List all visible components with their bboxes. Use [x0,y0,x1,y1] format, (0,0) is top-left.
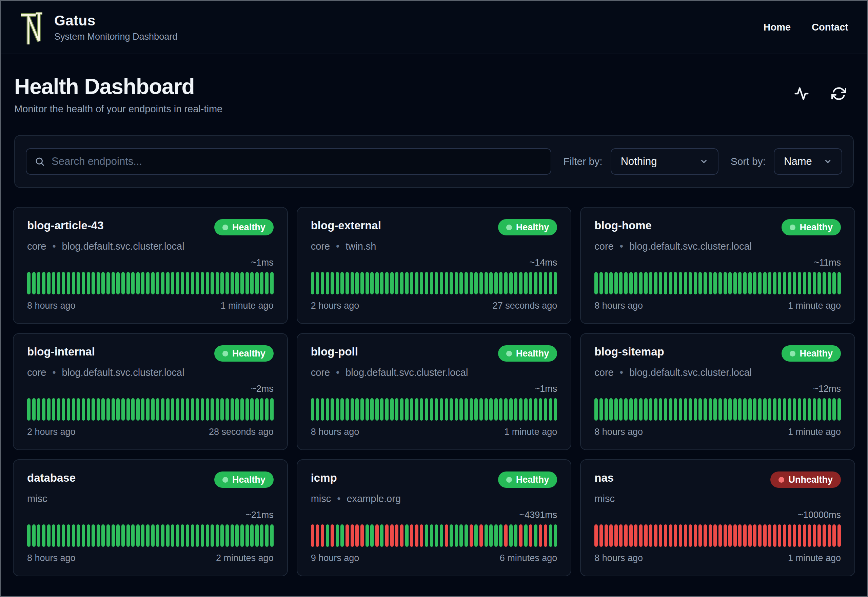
health-tick-success[interactable] [465,398,468,420]
health-tick-failure[interactable] [813,524,816,547]
health-tick-failure[interactable] [604,524,608,547]
health-tick-success[interactable] [554,272,557,294]
health-tick-success[interactable] [126,272,130,294]
health-tick-failure[interactable] [375,524,379,547]
health-tick-success[interactable] [837,398,841,420]
health-tick-success[interactable] [689,398,692,420]
health-tick-success[interactable] [803,398,806,420]
health-tick-success[interactable] [778,398,781,420]
health-tick-success[interactable] [728,398,732,420]
health-tick-success[interactable] [126,398,130,420]
health-tick-success[interactable] [430,398,433,420]
health-tick-success[interactable] [67,398,70,420]
health-tick-success[interactable] [609,398,613,420]
health-tick-success[interactable] [445,398,448,420]
health-tick-success[interactable] [255,398,259,420]
health-tick-success[interactable] [321,398,324,420]
health-tick-success[interactable] [808,272,811,294]
health-tick-success[interactable] [619,398,622,420]
health-tick-success[interactable] [793,272,796,294]
health-tick-success[interactable] [186,524,189,547]
health-tick-success[interactable] [832,398,836,420]
health-tick-success[interactable] [704,272,707,294]
health-tick-success[interactable] [733,272,737,294]
health-tick-failure[interactable] [758,524,761,547]
health-tick-success[interactable] [634,272,637,294]
health-tick-success[interactable] [270,272,274,294]
health-tick-success[interactable] [798,272,801,294]
health-tick-failure[interactable] [709,524,712,547]
health-tick-success[interactable] [321,272,324,294]
uptime-history-bars[interactable] [594,524,841,547]
health-tick-success[interactable] [773,398,776,420]
health-tick-success[interactable] [713,272,717,294]
health-tick-success[interactable] [151,398,155,420]
health-tick-failure[interactable] [619,524,622,547]
health-tick-success[interactable] [674,398,677,420]
health-tick-failure[interactable] [808,524,811,547]
health-tick-success[interactable] [504,398,508,420]
health-tick-success[interactable] [141,272,144,294]
health-tick-success[interactable] [210,524,214,547]
health-tick-success[interactable] [181,524,184,547]
health-tick-success[interactable] [822,272,826,294]
health-tick-success[interactable] [260,398,264,420]
health-tick-success[interactable] [753,272,757,294]
health-tick-failure[interactable] [480,524,483,547]
health-tick-success[interactable] [196,272,199,294]
health-tick-success[interactable] [718,398,722,420]
health-tick-success[interactable] [524,524,527,547]
health-tick-success[interactable] [425,272,428,294]
health-tick-success[interactable] [654,398,658,420]
health-tick-success[interactable] [669,272,672,294]
health-tick-failure[interactable] [818,524,821,547]
health-tick-failure[interactable] [470,524,473,547]
health-tick-success[interactable] [231,398,234,420]
health-tick-success[interactable] [554,524,557,547]
health-tick-success[interactable] [684,398,687,420]
health-tick-success[interactable] [186,398,189,420]
health-tick-success[interactable] [336,524,339,547]
health-tick-success[interactable] [489,272,493,294]
health-tick-failure[interactable] [390,524,394,547]
health-tick-success[interactable] [380,272,384,294]
health-tick-success[interactable] [176,272,179,294]
health-tick-success[interactable] [465,524,468,547]
health-tick-success[interactable] [763,272,767,294]
health-tick-success[interactable] [664,398,667,420]
health-tick-success[interactable] [67,524,70,547]
health-tick-success[interactable] [235,398,239,420]
health-tick-success[interactable] [246,272,249,294]
health-tick-success[interactable] [549,524,552,547]
health-tick-failure[interactable] [624,524,628,547]
health-tick-success[interactable] [355,272,359,294]
health-tick-success[interactable] [679,272,682,294]
health-tick-success[interactable] [225,524,229,547]
health-tick-failure[interactable] [410,524,413,547]
health-tick-success[interactable] [634,398,637,420]
health-tick-success[interactable] [470,272,473,294]
health-tick-success[interactable] [499,272,502,294]
health-tick-failure[interactable] [415,524,418,547]
health-tick-success[interactable] [341,524,344,547]
health-tick-success[interactable] [499,398,502,420]
health-tick-success[interactable] [405,524,409,547]
health-tick-success[interactable] [832,272,836,294]
health-tick-success[interactable] [828,272,831,294]
health-tick-success[interactable] [210,398,214,420]
health-tick-success[interactable] [161,524,164,547]
health-tick-success[interactable] [260,272,264,294]
health-tick-failure[interactable] [753,524,757,547]
health-tick-success[interactable] [514,272,517,294]
health-tick-success[interactable] [679,398,682,420]
health-tick-success[interactable] [474,272,478,294]
health-tick-success[interactable] [778,272,781,294]
health-tick-success[interactable] [604,398,608,420]
health-tick-success[interactable] [316,398,319,420]
health-tick-failure[interactable] [600,524,603,547]
health-tick-success[interactable] [57,524,60,547]
health-tick-success[interactable] [698,398,702,420]
health-tick-success[interactable] [225,272,229,294]
health-tick-failure[interactable] [529,524,532,547]
health-tick-success[interactable] [255,524,259,547]
